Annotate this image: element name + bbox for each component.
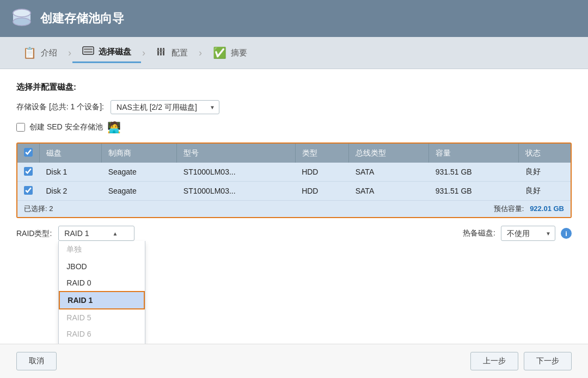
step-intro-label: 介绍 [41, 48, 57, 58]
summary-icon: ✅ [213, 46, 226, 59]
disk1-type: HDD [295, 163, 349, 182]
svg-rect-6 [84, 51, 93, 53]
disk-table-footer: 已选择: 2 预估容量: 922.01 GB [17, 200, 571, 217]
raid-option-single[interactable]: 单独 [59, 241, 145, 258]
storage-device-select[interactable]: NAS主机 [2/2 可用磁盘] [111, 100, 219, 114]
step-summary-label: 摘要 [231, 48, 247, 58]
col-disk: 磁盘 [40, 144, 102, 163]
section-title: 选择并配置磁盘: [16, 82, 572, 92]
hot-spare-label: 热备磁盘: [463, 228, 495, 238]
col-model: 型号 [177, 144, 295, 163]
hot-spare-select-wrapper: 不使用 [501, 226, 555, 241]
svg-rect-11 [160, 52, 162, 53]
svg-point-3 [13, 9, 30, 17]
disk1-name: Disk 1 [40, 163, 102, 182]
hot-spare-select[interactable]: 不使用 [501, 226, 555, 241]
raid-option-raid10[interactable]: RAID 10 [59, 342, 145, 344]
disk1-bus: SATA [349, 163, 429, 182]
sed-emoji: 🧑‍💻 [107, 121, 121, 134]
disk2-name: Disk 2 [40, 182, 102, 201]
disk1-model: ST1000LM03... [177, 163, 295, 182]
dialog-title: 创建存储池向导 [40, 10, 124, 27]
storage-device-select-wrapper: NAS主机 [2/2 可用磁盘] [111, 100, 219, 114]
selected-label: 已选择: [24, 205, 47, 213]
step-intro[interactable]: 📋 介绍 [13, 43, 67, 63]
step-sep-3: › [199, 47, 202, 59]
raid-row: RAID类型: RAID 1 ▲ 单独 JBOD RAID 0 RAID 1 R… [16, 226, 572, 241]
selected-info: 已选择: 2 [24, 204, 53, 214]
svg-rect-9 [163, 48, 164, 55]
col-status: 状态 [519, 144, 571, 163]
col-capacity: 容量 [429, 144, 519, 163]
next-button[interactable]: 下一步 [524, 352, 572, 370]
col-bus: 总线类型 [349, 144, 429, 163]
disk2-checkbox[interactable] [24, 186, 33, 195]
disk-icon [82, 46, 94, 58]
footer-right: 上一步 下一步 [470, 352, 572, 370]
row2-check-cell [17, 182, 40, 199]
table-header-row: 磁盘 制商商 型号 类型 总线类型 容量 状态 [17, 144, 571, 163]
step-sep-1: › [68, 47, 71, 59]
info-icon[interactable]: i [561, 228, 572, 239]
disk2-manufacturer: Seagate [102, 182, 177, 201]
intro-icon: 📋 [23, 46, 36, 59]
svg-rect-5 [84, 48, 93, 50]
disk1-checkbox[interactable] [24, 167, 33, 176]
raid-select-button[interactable]: RAID 1 ▲ [58, 226, 134, 241]
raid-label: RAID类型: [16, 226, 52, 239]
raid-option-raid0[interactable]: RAID 0 [59, 275, 145, 291]
step-select-disk-label: 选择磁盘 [99, 47, 131, 57]
storage-device-row: 存储设备 [总共: 1 个设备]: NAS主机 [2/2 可用磁盘] [16, 100, 572, 114]
svg-rect-7 [157, 48, 159, 55]
sed-row: 创建 SED 安全存储池 🧑‍💻 [16, 121, 572, 134]
raid-select-wrapper: RAID 1 ▲ 单独 JBOD RAID 0 RAID 1 RAID 5 RA… [58, 226, 134, 241]
step-bar: 📋 介绍 › 选择磁盘 › [0, 37, 588, 69]
dialog-content: 选择并配置磁盘: 存储设备 [总共: 1 个设备]: NAS主机 [2/2 可用… [0, 69, 588, 344]
raid-option-raid1[interactable]: RAID 1 [59, 291, 145, 309]
disk1-status: 良好 [519, 163, 571, 182]
col-checkbox [17, 144, 40, 163]
step-config-label: 配置 [171, 48, 188, 58]
arrow-up-icon: ▲ [112, 231, 118, 237]
raid-option-raid5[interactable]: RAID 5 [59, 309, 145, 326]
storage-device-label: 存储设备 [总共: 1 个设备]: [16, 102, 104, 112]
row1-check-cell [17, 163, 40, 180]
col-manufacturer: 制商商 [102, 144, 177, 163]
hot-spare-section: 热备磁盘: 不使用 i [463, 226, 572, 241]
raid-dropdown: 单独 JBOD RAID 0 RAID 1 RAID 5 RAID 6 RAID… [58, 241, 145, 344]
disk2-capacity: 931.51 GB [429, 182, 519, 201]
sed-label: 创建 SED 安全存储池 [29, 122, 103, 132]
prev-button[interactable]: 上一步 [470, 352, 518, 370]
svg-point-2 [13, 18, 30, 26]
table-row: Disk 2 Seagate ST1000LM03... HDD SATA 93… [17, 182, 571, 201]
col-type: 类型 [295, 144, 349, 163]
step-config[interactable]: 配置 [146, 43, 198, 63]
step-select-disk[interactable]: 选择磁盘 [72, 42, 141, 63]
step-summary[interactable]: ✅ 摘要 [203, 43, 257, 63]
dialog-footer: 取消 上一步 下一步 [0, 344, 588, 378]
raid-option-raid6[interactable]: RAID 6 [59, 326, 145, 342]
disk1-manufacturer: Seagate [102, 163, 177, 182]
dialog-header: 创建存储池向导 [0, 0, 588, 37]
disk-table-wrapper: 磁盘 制商商 型号 类型 总线类型 容量 状态 Disk 1 [16, 142, 572, 218]
config-icon [156, 46, 167, 60]
svg-rect-10 [157, 50, 160, 51]
selected-count: 2 [49, 205, 53, 213]
step-sep-2: › [142, 47, 145, 59]
disk-table: 磁盘 制商商 型号 类型 总线类型 容量 状态 Disk 1 [17, 144, 571, 200]
raid-selected-value: RAID 1 [64, 229, 89, 238]
estimated-label: 预估容量: [494, 205, 524, 213]
raid-option-jbod[interactable]: JBOD [59, 258, 145, 275]
estimated-value: 922.01 GB [530, 205, 564, 213]
disk2-type: HDD [295, 182, 349, 201]
svg-rect-8 [160, 48, 162, 55]
table-row: Disk 1 Seagate ST1000LM03... HDD SATA 93… [17, 163, 571, 182]
cancel-button[interactable]: 取消 [16, 352, 57, 370]
disk2-bus: SATA [349, 182, 429, 201]
estimated-info: 预估容量: 922.01 GB [494, 204, 564, 214]
select-all-checkbox[interactable] [24, 148, 33, 157]
svg-rect-4 [83, 47, 94, 54]
disk1-capacity: 931.51 GB [429, 163, 519, 182]
sed-checkbox[interactable] [16, 123, 25, 132]
svg-rect-12 [162, 49, 165, 51]
